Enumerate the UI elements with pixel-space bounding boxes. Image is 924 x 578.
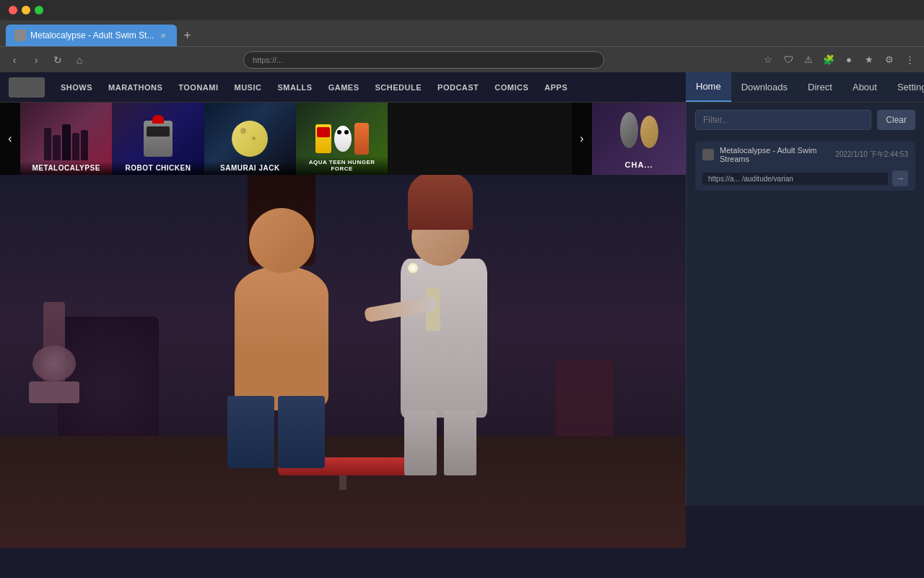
tab-close-button[interactable]: ✕ bbox=[158, 30, 168, 40]
nav-toonami[interactable]: TOONAMI bbox=[171, 79, 225, 96]
carousel-aqua-teen-label: AQUA TEEN HUNGER FORCE bbox=[296, 156, 388, 175]
panel-settings-tab[interactable]: Settings bbox=[887, 72, 924, 102]
entry-title: Metalocalypse - Adult Swim Streams bbox=[720, 146, 829, 163]
menu-icon[interactable]: ⋮ bbox=[901, 51, 918, 69]
home-button[interactable]: ⌂ bbox=[71, 51, 88, 69]
panel-filter-area: Clear bbox=[687, 103, 924, 137]
filter-input[interactable] bbox=[695, 110, 871, 130]
panel-entry: Metalocalypse - Adult Swim Streams 2022/… bbox=[695, 142, 915, 191]
back-button[interactable]: ‹ bbox=[6, 51, 23, 69]
reload-button[interactable]: ↻ bbox=[49, 51, 66, 69]
star-icon[interactable]: ★ bbox=[860, 51, 878, 69]
entry-favicon bbox=[702, 149, 714, 160]
nav-smalls[interactable]: SMALLS bbox=[270, 79, 319, 96]
page-content: SHOWS MARATHONS TOONAMI MUSIC SMALLS GAM… bbox=[0, 72, 924, 548]
minimize-button[interactable] bbox=[22, 6, 30, 14]
forward-button[interactable]: › bbox=[27, 51, 45, 69]
address-text: https://... bbox=[253, 56, 283, 64]
carousel-item-aqua-teen[interactable]: AQUA TEEN HUNGER FORCE bbox=[296, 103, 388, 175]
panel-downloads-tab[interactable]: Downloads bbox=[731, 72, 798, 102]
ext2-icon[interactable]: ● bbox=[840, 51, 858, 69]
close-button[interactable] bbox=[9, 6, 17, 14]
site-logo bbox=[9, 77, 45, 98]
carousel-items: METALOCALYPSE ROBOT CHICKEN bbox=[20, 103, 572, 175]
bookmark-icon[interactable]: ☆ bbox=[759, 51, 777, 69]
toolbar-right: ☆ 🛡 ⚠ 🧩 ● ★ ⚙ ⋮ bbox=[759, 51, 918, 69]
video-content bbox=[0, 175, 686, 548]
clear-button[interactable]: Clear bbox=[877, 110, 915, 130]
tab-bar: Metalocalypse - Adult Swim St... ✕ + bbox=[0, 20, 924, 46]
puzzle-icon[interactable]: ⚙ bbox=[881, 51, 898, 69]
nav-comics[interactable]: COMICS bbox=[487, 79, 536, 96]
tab-favicon bbox=[14, 30, 26, 41]
title-bar bbox=[0, 0, 924, 20]
nav-shows[interactable]: SHOWS bbox=[53, 79, 100, 96]
browser-chrome: Metalocalypse - Adult Swim St... ✕ + ‹ ›… bbox=[0, 0, 924, 72]
carousel-item-metalocalypse[interactable]: METALOCALYPSE bbox=[20, 103, 112, 175]
entry-header: Metalocalypse - Adult Swim Streams 2022/… bbox=[695, 142, 915, 168]
panel-about-tab[interactable]: About bbox=[842, 72, 887, 102]
character-scene bbox=[0, 175, 686, 548]
carousel-next-button[interactable]: › bbox=[572, 103, 592, 175]
carousel-robot-chicken-label: ROBOT CHICKEN bbox=[112, 161, 204, 175]
carousel-item-robot-chicken[interactable]: ROBOT CHICKEN bbox=[112, 103, 204, 175]
entry-url-row: https://a... /auditude/varian → bbox=[695, 168, 915, 191]
carousel: ‹ METALOCALYPSE bbox=[0, 103, 686, 175]
panel-home-tab[interactable]: Home bbox=[686, 72, 731, 102]
traffic-lights bbox=[9, 6, 43, 14]
carousel-prev-button[interactable]: ‹ bbox=[0, 103, 20, 175]
maximize-button[interactable] bbox=[35, 6, 43, 14]
carousel-extra-item[interactable]: CHA... bbox=[592, 103, 686, 175]
carousel-item-samurai-jack[interactable]: SAMURAI JACK bbox=[204, 103, 296, 175]
extension-icon[interactable]: 🧩 bbox=[820, 51, 837, 69]
entry-time: 2022/1/10 下午2:44:53 bbox=[835, 150, 908, 160]
active-tab[interactable]: Metalocalypse - Adult Swim St... ✕ bbox=[6, 25, 177, 46]
nav-apps[interactable]: APPS bbox=[537, 79, 575, 96]
nav-music[interactable]: MUSIC bbox=[227, 79, 269, 96]
carousel-metalocalypse-label: METALOCALYPSE bbox=[20, 161, 112, 175]
address-bar: ‹ › ↻ ⌂ https://... ☆ 🛡 ⚠ 🧩 ● ★ ⚙ ⋮ bbox=[0, 46, 924, 72]
nav-podcast[interactable]: PODCAST bbox=[430, 79, 486, 96]
side-panel: Clear Metalocalypse - Adult Swim Streams… bbox=[686, 103, 924, 506]
shield-icon[interactable]: 🛡 bbox=[780, 51, 797, 69]
video-area bbox=[0, 175, 686, 548]
panel-direct-tab[interactable]: Direct bbox=[798, 72, 842, 102]
entry-url-bar: https://a... /auditude/varian bbox=[702, 173, 888, 185]
tab-title: Metalocalypse - Adult Swim St... bbox=[30, 30, 154, 40]
nav-games[interactable]: GAMES bbox=[321, 79, 367, 96]
new-tab-button[interactable]: + bbox=[177, 25, 197, 46]
carousel-samurai-jack-label: SAMURAI JACK bbox=[204, 161, 296, 175]
nav-schedule[interactable]: SCHEDULE bbox=[368, 79, 430, 96]
panel-nav: Home Downloads Direct About Settings bbox=[686, 72, 924, 103]
address-input[interactable]: https://... bbox=[243, 51, 604, 69]
url-go-button[interactable]: → bbox=[892, 171, 908, 186]
nav-marathons[interactable]: MARATHONS bbox=[101, 79, 170, 96]
alert-icon[interactable]: ⚠ bbox=[800, 51, 817, 69]
